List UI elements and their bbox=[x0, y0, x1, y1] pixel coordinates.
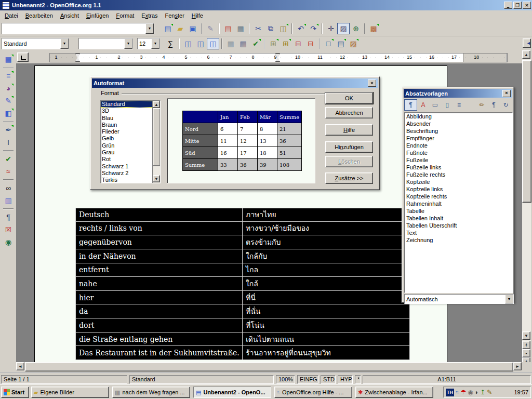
tab-selector-button[interactable] bbox=[17, 52, 29, 62]
url-input[interactable] bbox=[2, 23, 145, 34]
draw-functions-icon[interactable]: ✎ bbox=[2, 95, 15, 107]
open-icon[interactable]: ▰ bbox=[174, 23, 187, 34]
vocab-cell-th[interactable]: ตรงข้ามกับ bbox=[243, 235, 410, 249]
numbering-styles-icon[interactable]: ≡ bbox=[453, 100, 465, 110]
scroll-down-icon[interactable]: ▼ bbox=[522, 331, 530, 340]
close-button[interactable]: × bbox=[523, 2, 531, 9]
vocab-cell-th[interactable]: ที่โน่น bbox=[243, 318, 410, 332]
font-name-arrow-icon[interactable]: ▼ bbox=[124, 38, 132, 49]
format-listbox[interactable]: Standard3DBlauBraunFliederGelbGrünGrauRo… bbox=[100, 100, 161, 183]
paragraph-style-combo[interactable]: ▼ bbox=[2, 38, 69, 49]
style-item[interactable]: Fußzeile rechts bbox=[405, 171, 512, 178]
new-style-icon[interactable]: ¶ bbox=[488, 100, 500, 110]
taskbar-unbenannt2[interactable]: ▤Unbenannt2 - OpenO... bbox=[193, 387, 271, 398]
vocab-cell-de[interactable]: rechts / links von bbox=[75, 222, 243, 236]
undo-icon[interactable]: ↶ bbox=[295, 23, 307, 34]
vocab-cell-th[interactable]: ทางขวา/ซ้ายมือของ bbox=[243, 222, 410, 236]
character-styles-icon[interactable]: A bbox=[417, 100, 429, 110]
style-item[interactable]: Absender bbox=[405, 120, 512, 127]
autotext-icon[interactable]: ✒ bbox=[2, 124, 15, 136]
quickstarter-icon[interactable]: ≈ bbox=[456, 389, 459, 395]
menu-datei[interactable]: Datei bbox=[1, 11, 22, 20]
style-item[interactable]: Zeichnung bbox=[405, 236, 512, 244]
mouse-icon[interactable]: ◗ bbox=[475, 389, 478, 395]
border-style-icon[interactable]: ▤ bbox=[335, 38, 347, 49]
taskbar-eigene-bilder[interactable]: ▰Eigene Bilder bbox=[31, 387, 109, 398]
format-option[interactable]: Schwarz 2 bbox=[101, 170, 160, 177]
status-hyperlink-mode[interactable]: HYP bbox=[338, 375, 353, 384]
edit-file-icon[interactable]: ✎ bbox=[204, 23, 217, 34]
horizontal-scrollbar[interactable]: ◄ ► bbox=[16, 362, 522, 371]
menu-format[interactable]: Format bbox=[112, 11, 138, 20]
ruler-indent-marker[interactable] bbox=[75, 54, 80, 62]
form-functions-icon[interactable]: ◧ bbox=[2, 108, 15, 119]
menu-fenster[interactable]: Fenster bbox=[162, 11, 188, 20]
status-page-style[interactable]: Standard bbox=[129, 375, 274, 384]
style-item[interactable]: Fußnote bbox=[405, 149, 512, 156]
delete-column-icon[interactable]: ⊟ bbox=[304, 38, 317, 49]
direct-cursor-icon[interactable]: I bbox=[2, 137, 15, 148]
paste-icon[interactable]: ◫ bbox=[277, 23, 289, 34]
start-button[interactable]: Start bbox=[1, 387, 29, 398]
antivirus-icon[interactable]: ☂ bbox=[461, 389, 467, 395]
navigator-icon[interactable]: ✛ bbox=[325, 23, 337, 34]
delete-row-icon[interactable]: ⊟ bbox=[292, 38, 304, 49]
graphics-toggle-icon[interactable]: ☒ bbox=[2, 224, 15, 235]
insert-fields-icon[interactable]: ≡ bbox=[2, 70, 15, 82]
style-item[interactable]: Tabellen Überschrift bbox=[405, 222, 512, 229]
url-combo[interactable]: ▼ bbox=[2, 23, 154, 34]
insert-graphics-icon[interactable]: ▩ bbox=[367, 23, 380, 34]
style-item[interactable]: Rahmeninhalt bbox=[405, 200, 512, 207]
insert-column-icon[interactable]: ⊞ bbox=[280, 38, 292, 49]
frame-styles-icon[interactable]: ▭ bbox=[429, 100, 441, 110]
autospellcheck-icon[interactable]: ≈ bbox=[2, 166, 15, 177]
borders-icon[interactable]: □ bbox=[322, 38, 335, 49]
dialog-titlebar[interactable]: Autoformat × bbox=[92, 78, 378, 88]
font-size-combo[interactable]: ▼ bbox=[137, 38, 160, 49]
insert-table-icon[interactable]: ▦ bbox=[2, 54, 15, 65]
data-sources-icon[interactable]: ▥ bbox=[2, 195, 15, 206]
font-size-arrow-icon[interactable]: ▼ bbox=[151, 38, 159, 49]
style-listbox[interactable]: AbbildungAbsenderBeschriftungEmpfängerEn… bbox=[404, 112, 513, 293]
print-icon[interactable]: ▦ bbox=[234, 23, 247, 34]
horizontal-ruler[interactable]: 1123456789101112131415161718 bbox=[49, 53, 508, 62]
menu-hilfe[interactable]: Hilfe bbox=[188, 11, 207, 20]
spellcheck-icon[interactable]: ✔ bbox=[2, 153, 15, 165]
status-cell-reference[interactable]: A1:B11 bbox=[363, 375, 531, 384]
volume-icon[interactable]: ◉ bbox=[468, 389, 473, 395]
minimize-button[interactable]: _ bbox=[504, 2, 512, 9]
cut-icon[interactable]: ✂ bbox=[252, 23, 264, 34]
redo-icon[interactable]: ↷ bbox=[307, 23, 320, 34]
list-scroll-down-icon[interactable]: ▼ bbox=[153, 175, 160, 182]
style-filter-combo[interactable]: ▼ bbox=[404, 294, 514, 304]
vocab-cell-th[interactable]: เดินไปตามถนน bbox=[243, 332, 410, 347]
list-scroll-thumb[interactable] bbox=[153, 108, 161, 166]
horizontal-scroll-thumb[interactable] bbox=[25, 362, 513, 371]
list-scroll-up-icon[interactable]: ▲ bbox=[153, 101, 160, 108]
format-option[interactable]: Türkis bbox=[101, 177, 160, 183]
style-item[interactable]: Kopfzeile bbox=[405, 178, 512, 185]
menu-bearbeiten[interactable]: Bearbeiten bbox=[22, 11, 57, 20]
format-option[interactable]: Standard bbox=[101, 101, 160, 108]
page-styles-icon[interactable]: ▯ bbox=[441, 100, 453, 110]
online-layout-icon[interactable]: ◉ bbox=[2, 236, 15, 248]
style-item[interactable]: Text bbox=[405, 229, 512, 236]
format-option[interactable]: Braun bbox=[101, 122, 160, 128]
vocab-cell-th[interactable]: ร้านอาหารอยู่ที่ถนนสุขุมวิท bbox=[243, 346, 410, 360]
vocab-cell-de[interactable]: entfernt bbox=[75, 263, 243, 277]
scroll-right-icon[interactable]: ► bbox=[513, 362, 522, 370]
background-color-icon[interactable]: ▨ bbox=[347, 38, 360, 49]
taskbar-zwischenablage[interactable]: ✱Zwischenablage - Irfan... bbox=[355, 387, 433, 398]
scroll-left-icon[interactable]: ◄ bbox=[16, 362, 24, 370]
status-zoom[interactable]: 100% bbox=[276, 375, 295, 384]
vocab-cell-de[interactable]: Das Restaurant ist in der Sukhumvitstraß… bbox=[75, 346, 243, 360]
new-document-icon[interactable]: ▤ bbox=[162, 23, 174, 34]
copy-icon[interactable]: ⧉ bbox=[264, 23, 277, 34]
format-option[interactable]: Schwarz 1 bbox=[101, 163, 160, 170]
vocab-cell-th[interactable]: ภาษาไทย bbox=[243, 208, 410, 222]
stylist-close-icon[interactable]: × bbox=[502, 90, 511, 97]
format-list-scrollbar[interactable]: ▲ ▼ bbox=[152, 101, 160, 183]
vocab-cell-th[interactable]: ที่นั่น bbox=[243, 304, 410, 318]
vocab-cell-de[interactable]: dort bbox=[75, 318, 243, 332]
style-item[interactable]: Endnote bbox=[405, 142, 512, 149]
